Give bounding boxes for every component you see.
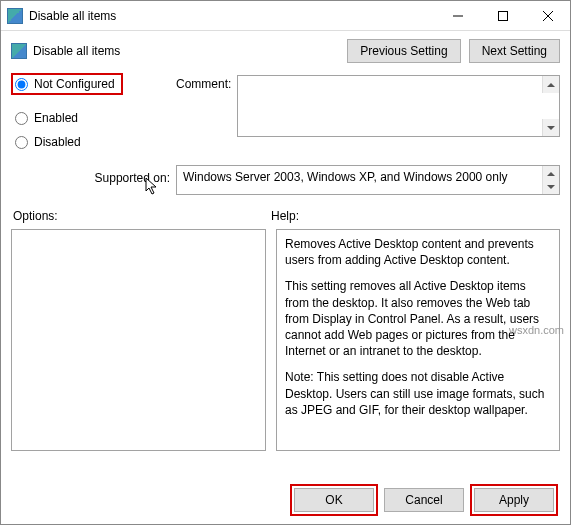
comment-label: Comment:: [176, 75, 237, 159]
header-row: Disable all items Previous Setting Next …: [11, 39, 560, 63]
state-radios: Not Configured Enabled Disabled: [11, 75, 176, 159]
radio-disabled[interactable]: Disabled: [15, 135, 176, 149]
policy-name: Disable all items: [33, 44, 120, 58]
maximize-button[interactable]: [480, 1, 525, 30]
radio-enabled-label: Enabled: [34, 111, 78, 125]
options-label: Options:: [11, 209, 271, 223]
app-icon: [7, 8, 23, 24]
radio-not-configured-label: Not Configured: [34, 77, 115, 91]
previous-setting-button[interactable]: Previous Setting: [347, 39, 460, 63]
minimize-button[interactable]: [435, 1, 480, 30]
close-button[interactable]: [525, 1, 570, 30]
highlight-apply: Apply: [470, 484, 558, 516]
policy-icon: [11, 43, 27, 59]
highlight-not-configured: Not Configured: [11, 73, 123, 95]
scroll-down-icon[interactable]: [542, 179, 559, 194]
scroll-up-icon[interactable]: [542, 76, 559, 93]
supported-label: Supported on:: [11, 165, 176, 185]
radio-enabled[interactable]: Enabled: [15, 111, 176, 125]
radio-disabled-input[interactable]: [15, 136, 28, 149]
next-setting-button[interactable]: Next Setting: [469, 39, 560, 63]
apply-button[interactable]: Apply: [474, 488, 554, 512]
help-paragraph: Removes Active Desktop content and preve…: [285, 236, 551, 268]
help-paragraph: Note: This setting does not disable Acti…: [285, 369, 551, 418]
watermark: wsxdn.com: [509, 324, 564, 336]
radio-not-configured-input[interactable]: [15, 78, 28, 91]
help-paragraph: This setting removes all Active Desktop …: [285, 278, 551, 359]
config-row: Not Configured Enabled Disabled Comment:: [11, 75, 560, 159]
supported-text: Windows Server 2003, Windows XP, and Win…: [183, 170, 508, 184]
options-panel: [11, 229, 266, 451]
window-buttons: [435, 1, 570, 30]
footer: OK Cancel Apply: [1, 476, 570, 524]
window-title: Disable all items: [29, 9, 435, 23]
help-panel: Removes Active Desktop content and preve…: [276, 229, 560, 451]
svg-rect-0: [498, 11, 507, 20]
ok-button[interactable]: OK: [294, 488, 374, 512]
cancel-button[interactable]: Cancel: [384, 488, 464, 512]
comment-textarea[interactable]: [237, 75, 560, 137]
radio-enabled-input[interactable]: [15, 112, 28, 125]
titlebar: Disable all items: [1, 1, 570, 31]
supported-textarea: Windows Server 2003, Windows XP, and Win…: [176, 165, 560, 195]
help-label: Help:: [271, 209, 299, 223]
scroll-down-icon[interactable]: [542, 119, 559, 136]
radio-disabled-label: Disabled: [34, 135, 81, 149]
gpedit-policy-window: Disable all items Disable all items Prev…: [0, 0, 571, 525]
radio-not-configured[interactable]: Not Configured: [15, 77, 115, 91]
supported-row: Supported on: Windows Server 2003, Windo…: [11, 165, 560, 195]
highlight-ok: OK: [290, 484, 378, 516]
panels-row: Removes Active Desktop content and preve…: [11, 229, 560, 451]
content-area: Disable all items Previous Setting Next …: [1, 31, 570, 476]
labels-row: Options: Help:: [11, 209, 560, 223]
